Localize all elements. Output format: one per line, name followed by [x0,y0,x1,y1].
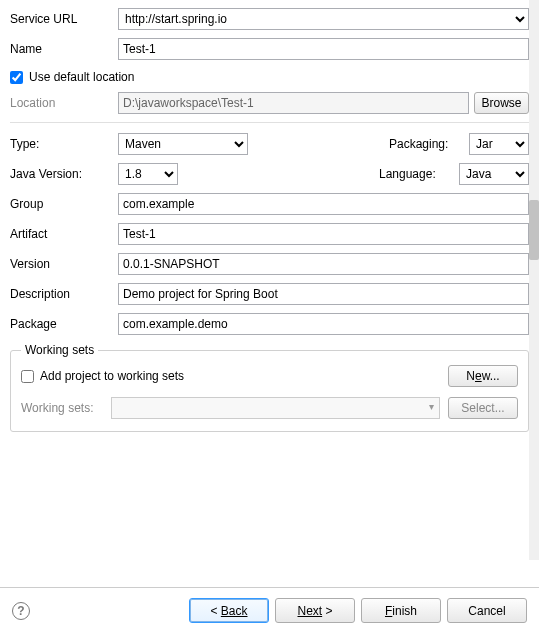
package-input[interactable] [118,313,529,335]
location-input [118,92,469,114]
language-label: Language: [379,167,459,181]
working-sets-combo [111,397,440,419]
packaging-label: Packaging: [389,137,469,151]
vertical-scrollbar[interactable] [529,0,539,560]
divider [10,122,529,123]
version-label: Version [10,257,118,271]
java-version-label: Java Version: [10,167,118,181]
working-sets-group: Working sets Add project to working sets… [10,343,529,432]
name-input[interactable] [118,38,529,60]
service-url-label: Service URL [10,12,118,26]
language-select[interactable]: Java [459,163,529,185]
artifact-label: Artifact [10,227,118,241]
artifact-input[interactable] [118,223,529,245]
working-sets-legend: Working sets [21,343,98,357]
next-button[interactable]: Next > [275,598,355,623]
new-working-set-button[interactable]: New... [448,365,518,387]
use-default-location-label: Use default location [29,70,134,84]
java-version-select[interactable]: 1.8 [118,163,178,185]
finish-button[interactable]: Finish [361,598,441,623]
name-label: Name [10,42,118,56]
cancel-button[interactable]: Cancel [447,598,527,623]
version-input[interactable] [118,253,529,275]
group-input[interactable] [118,193,529,215]
package-label: Package [10,317,118,331]
browse-button[interactable]: Browse [474,92,529,114]
add-to-working-sets-checkbox[interactable] [21,370,34,383]
location-label: Location [10,96,118,110]
service-url-select[interactable]: http://start.spring.io [118,8,529,30]
description-label: Description [10,287,118,301]
description-input[interactable] [118,283,529,305]
group-label: Group [10,197,118,211]
add-to-working-sets-label: Add project to working sets [40,369,184,383]
use-default-location-checkbox[interactable] [10,71,23,84]
working-sets-combo-label: Working sets: [21,401,111,415]
type-select[interactable]: Maven [118,133,248,155]
select-working-set-button: Select... [448,397,518,419]
type-label: Type: [10,137,118,151]
scrollbar-thumb[interactable] [529,200,539,260]
back-button[interactable]: < Back [189,598,269,623]
packaging-select[interactable]: Jar [469,133,529,155]
help-icon[interactable]: ? [12,602,30,620]
